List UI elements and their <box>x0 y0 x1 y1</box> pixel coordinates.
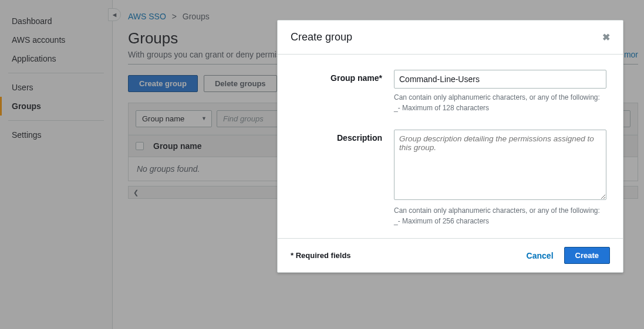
create-button[interactable]: Create <box>564 247 610 264</box>
group-name-label: Group name* <box>294 70 382 113</box>
modal-title: Create group <box>291 31 352 43</box>
cancel-button[interactable]: Cancel <box>527 251 554 260</box>
group-name-input[interactable] <box>394 70 606 89</box>
group-name-hint: Can contain only alphanumeric characters… <box>394 92 606 113</box>
create-group-modal: Create group ✖ Group name* Can contain o… <box>277 20 623 273</box>
required-fields-note: * Required fields <box>291 251 351 260</box>
description-label: Description <box>294 130 382 226</box>
description-textarea[interactable] <box>394 130 606 200</box>
close-icon[interactable]: ✖ <box>602 32 610 43</box>
description-hint: Can contain only alphanumeric characters… <box>394 205 606 226</box>
